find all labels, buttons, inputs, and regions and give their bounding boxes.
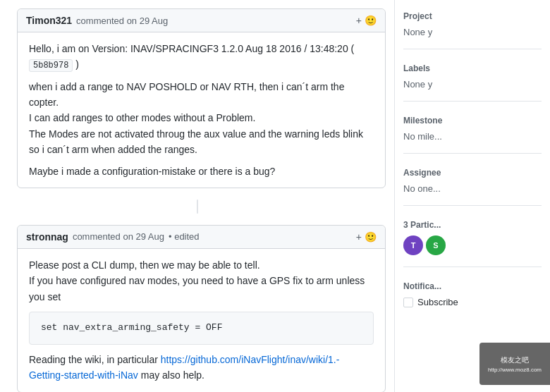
comment-header-left: Timon321 commented on 29 Aug [26, 15, 168, 26]
scroll-indicator [0, 197, 394, 216]
comment-text-2: when i add a range to NAV POSHOLD or NAV… [29, 79, 374, 158]
plus-icon[interactable]: + [356, 15, 362, 26]
comment-body: Hello, i am on Version: INAV/SPRACINGF3 … [18, 32, 385, 188]
sidebar-assignee-value: No one... [403, 183, 542, 194]
watermark-url: http://www.moz8.com [488, 367, 542, 373]
edited-label: • edited [169, 231, 200, 242]
sidebar-notifications-section: Notifica... Subscribe [403, 281, 542, 319]
sidebar-participants-label: 3 partic... [403, 220, 542, 230]
sidebar-participants-section: 3 partic... T S [403, 220, 542, 267]
code-block: set nav_extra_arming_safety = OFF [29, 312, 374, 345]
participants-row: T S [403, 235, 542, 255]
comment-author-2[interactable]: stronnag [26, 231, 68, 243]
sidebar-milestone-value: No mile... [403, 131, 542, 142]
sidebar: Project None y Labels None y Milestone N… [395, 0, 550, 392]
watermark-text: 模友之吧 http://www.moz8.com [488, 355, 542, 373]
comment-header-left-2: stronnag commented on 29 Aug • edited [26, 231, 200, 243]
comment-header-2: stronnag commented on 29 Aug • edited + … [18, 226, 385, 249]
watermark-site: 模友之吧 [488, 355, 542, 365]
sidebar-assignee-section: Assignee No one... [403, 168, 542, 206]
comment-actions-2: + 🙂 [356, 231, 377, 243]
plus-icon-2[interactable]: + [356, 231, 362, 243]
watermark-overlay: 模友之吧 http://www.moz8.com [479, 343, 550, 385]
sidebar-project-value: None y [403, 27, 542, 37]
sidebar-labels-value: None y [403, 79, 542, 90]
scroll-line [197, 200, 198, 214]
sidebar-notifications-label: Notifica... [403, 281, 542, 291]
comment-header: Timon321 commented on 29 Aug + 🙂 [18, 9, 385, 32]
emoji-icon-2[interactable]: 🙂 [365, 231, 377, 243]
comment-text-4: Please post a CLI dump, then we may be a… [29, 257, 374, 305]
comment-text-5: Reading the wiki, in particular https://… [29, 352, 374, 384]
comment-text-1: Hello, i am on Version: INAV/SPRACINGF3 … [29, 41, 374, 73]
comment-date-2: commented on 29 Aug [73, 231, 164, 242]
wiki-link[interactable]: https://github.com/iNavFlight/inav/wiki/… [29, 354, 339, 381]
sidebar-project-label: Project [403, 11, 542, 21]
commit-link[interactable]: 5b8b978 [29, 59, 73, 72]
comment-text-3: Maybe i made a configuration-mistake or … [29, 164, 374, 179]
sidebar-labels-section: Labels None y [403, 63, 542, 102]
comment-author[interactable]: Timon321 [26, 15, 72, 26]
sidebar-project-section: Project None y [403, 11, 542, 49]
subscribe-checkbox[interactable] [403, 298, 413, 307]
comment-date: commented on 29 Aug [76, 16, 168, 26]
subscribe-label: Subscribe [417, 297, 458, 307]
comment-block: Timon321 commented on 29 Aug + 🙂 Hello, … [17, 8, 386, 188]
emoji-icon[interactable]: 🙂 [365, 15, 377, 26]
sidebar-milestone-section: Milestone No mile... [403, 116, 542, 154]
comment-body-2: Please post a CLI dump, then we may be a… [18, 249, 385, 392]
sidebar-labels-label: Labels [403, 63, 542, 73]
main-content: Timon321 commented on 29 Aug + 🙂 Hello, … [0, 0, 395, 392]
notification-checkbox[interactable]: Subscribe [403, 297, 542, 307]
avatar-timon321[interactable]: T [403, 235, 423, 255]
sidebar-assignee-label: Assignee [403, 168, 542, 178]
sidebar-milestone-label: Milestone [403, 116, 542, 125]
avatar-stronnag[interactable]: S [426, 235, 446, 255]
comment-actions: + 🙂 [356, 15, 377, 26]
comment-block-2: stronnag commented on 29 Aug • edited + … [17, 225, 386, 392]
